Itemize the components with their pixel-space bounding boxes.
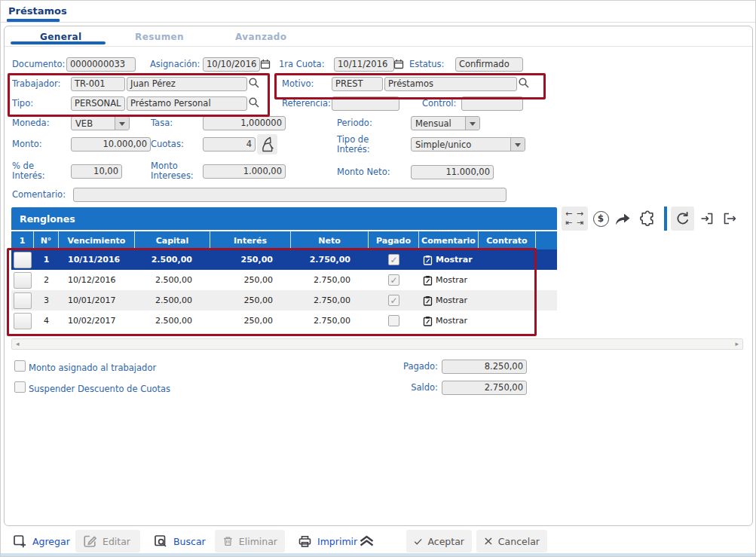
table-row[interactable]: 4 10/02/2017 2.500,00 250,00 2.750,00 Mo… [11, 311, 557, 331]
asignacion-field[interactable]: 10/10/2016 [203, 57, 260, 72]
suspender-checkbox[interactable] [14, 381, 26, 393]
forward-icon[interactable] [614, 212, 632, 227]
cell-interes: 250,00 [210, 290, 291, 311]
search-icon[interactable] [517, 76, 531, 90]
column-header-pagado[interactable]: Pagado [369, 231, 419, 249]
column-header-interes[interactable]: Interés [210, 231, 291, 249]
tipo-code-field[interactable]: PERSONAL [71, 96, 125, 111]
cell-vencimiento: 10/02/2017 [59, 311, 135, 331]
table-row[interactable]: 1 10/11/2016 2.500,00 250,00 2.750,00 Mo… [11, 249, 557, 270]
monto-field[interactable]: 10.000,00 [71, 137, 151, 151]
bottom-strip [1, 553, 756, 557]
eliminar-button[interactable]: Eliminar [215, 530, 285, 552]
column-header-selector[interactable]: 1 [11, 231, 34, 249]
tab-resumen[interactable]: Resumen [135, 32, 184, 42]
tab-avanzado[interactable]: Avanzado [235, 32, 286, 42]
import-icon[interactable] [699, 210, 715, 228]
collapse-icon[interactable] [356, 533, 377, 549]
editar-button[interactable]: Editar [75, 530, 140, 552]
refresh-icon[interactable] [671, 207, 694, 231]
scroll-right-icon[interactable]: ▸ [735, 339, 739, 349]
row-selector[interactable] [14, 292, 32, 309]
cell-contrato [479, 311, 536, 331]
search-icon[interactable] [247, 76, 261, 90]
column-header-numero[interactable]: N° [34, 231, 59, 249]
tipo-name-field[interactable]: Préstamo Personal [127, 96, 247, 111]
currency-icon[interactable]: $ [592, 210, 609, 227]
pagado-checkbox[interactable] [388, 274, 399, 286]
documento-field[interactable]: 0000000033 [66, 57, 136, 72]
buscar-button[interactable]: Buscar [146, 530, 213, 552]
chevron-down-icon[interactable] [115, 117, 129, 130]
fit-columns-icon[interactable]: ← →⇤ ⇥ [562, 207, 588, 231]
column-header-comentario[interactable]: Comentario [419, 231, 479, 249]
tipo-label: Tipo: [12, 99, 33, 109]
wizard-icon[interactable] [257, 134, 277, 155]
trabajador-code-field[interactable]: TR-001 [71, 77, 125, 91]
plugin-icon[interactable] [638, 209, 657, 228]
trabajador-name-field[interactable]: Juan Pérez [127, 77, 247, 91]
pagado-checkbox[interactable] [388, 315, 399, 326]
control-label: Control: [422, 99, 456, 109]
mostrar-link[interactable]: Mostrar [436, 295, 467, 305]
scroll-left-icon[interactable]: ◂ [16, 339, 20, 349]
tab-general[interactable]: General [40, 32, 82, 42]
pagado-checkbox[interactable] [388, 295, 399, 306]
mostrar-link[interactable]: Mostrar [436, 255, 473, 265]
mostrar-link[interactable]: Mostrar [436, 275, 467, 285]
cancelar-button[interactable]: Cancelar [476, 530, 547, 552]
control-field[interactable] [461, 96, 523, 111]
moneda-label: Moneda: [12, 118, 50, 128]
monto-intereses-field[interactable]: 1.000,00 [203, 164, 286, 179]
agregar-button[interactable]: Agregar [5, 530, 78, 552]
row-selector[interactable] [14, 252, 32, 268]
column-header-vencimiento[interactable]: Vencimiento [59, 231, 135, 249]
export-icon[interactable] [721, 210, 739, 228]
pagado-checkbox[interactable] [388, 254, 399, 265]
imprimir-button[interactable]: Imprimir [290, 530, 365, 552]
table-row[interactable]: 2 10/12/2016 2.500,00 250,00 2.750,00 Mo… [11, 270, 557, 290]
monto-asignado-checkbox[interactable] [14, 360, 26, 372]
referencia-field[interactable] [332, 96, 399, 111]
grid-title: Renglones [20, 213, 75, 225]
cell-neto: 2.750,00 [291, 290, 369, 311]
clipboard-icon [423, 295, 433, 306]
printer-icon [298, 534, 312, 549]
cell-interes: 250,00 [210, 270, 291, 290]
column-header-contrato[interactable]: Contrato [479, 231, 536, 249]
pct-interes-field[interactable]: 10,00 [71, 164, 122, 179]
chevron-down-icon[interactable] [510, 138, 525, 151]
row-selector[interactable] [14, 313, 32, 329]
cell-capital: 2.500,00 [135, 290, 210, 311]
aceptar-button[interactable]: Aceptar [406, 530, 472, 552]
column-header-capital[interactable]: Capital [135, 231, 210, 249]
tipo-interes-select[interactable]: Simple/unico [411, 137, 525, 151]
table-row[interactable]: 3 10/01/2017 2.500,00 250,00 2.750,00 Mo… [11, 290, 557, 311]
column-header-neto[interactable]: Neto [291, 231, 369, 249]
monto-label: Monto: [12, 139, 42, 149]
cell-numero: 1 [34, 249, 59, 270]
tasa-field[interactable]: 1,000000 [203, 116, 286, 130]
monto-neto-field[interactable]: 11.000,00 [411, 165, 494, 179]
grid-rows: 1 10/11/2016 2.500,00 250,00 2.750,00 Mo… [11, 249, 557, 331]
cell-neto: 2.750,00 [291, 249, 369, 270]
pagado-total-label: Pagado: [393, 362, 438, 372]
cuotas-field[interactable]: 4 [203, 137, 256, 151]
motivo-code-field[interactable]: PREST [332, 77, 383, 91]
calendar-icon[interactable] [259, 58, 271, 70]
cell-capital: 2.500,00 [135, 249, 210, 270]
search-icon[interactable] [247, 96, 261, 109]
row-selector[interactable] [14, 272, 32, 289]
primera-cuota-field[interactable]: 10/11/2016 [334, 57, 394, 72]
motivo-label: Motivo: [282, 79, 314, 89]
calendar-icon[interactable] [393, 58, 405, 70]
grid-header: 1 N° Vencimiento Capital Interés Neto Pa… [11, 231, 557, 249]
motivo-name-field[interactable]: Préstamos [384, 77, 517, 91]
horizontal-scrollbar[interactable]: ◂ ▸ [11, 338, 743, 350]
chevron-down-icon[interactable] [465, 117, 479, 130]
comentario-field[interactable] [73, 188, 507, 202]
monto-neto-label: Monto Neto: [337, 167, 390, 177]
moneda-select[interactable]: VEB [71, 116, 130, 130]
mostrar-link[interactable]: Mostrar [436, 316, 467, 326]
periodo-select[interactable]: Mensual [411, 116, 480, 130]
